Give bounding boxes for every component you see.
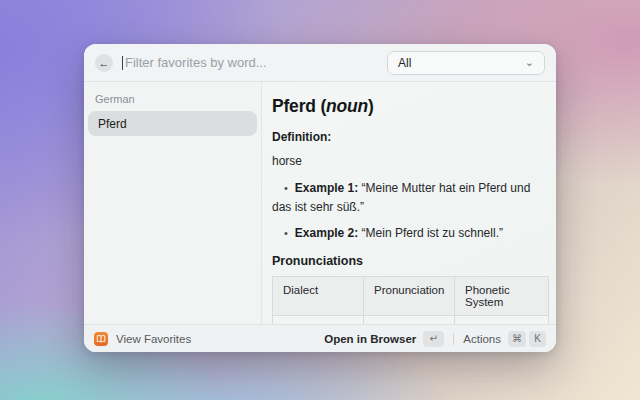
chevron-down-icon: ⌄ — [525, 57, 534, 68]
sidebar: German Pferd — [84, 82, 262, 324]
sidebar-item-pferd[interactable]: Pferd — [88, 111, 257, 136]
pronunciations-table: Dialect Pronunciation Phonetic System - … — [272, 276, 549, 324]
open-book-icon — [94, 332, 108, 346]
desktop-background: { "window": { "topbar": { "back_icon": "… — [0, 0, 640, 400]
bullet-icon: • — [284, 182, 288, 194]
paren-close: ) — [368, 96, 374, 116]
app-window: ← All ⌄ German Pferd Pferd (noun) Defini… — [84, 44, 556, 352]
navigation-bar: ← All ⌄ — [84, 44, 556, 82]
open-in-browser-action[interactable]: Open in Browser — [324, 333, 416, 345]
actions-button[interactable]: Actions — [463, 333, 501, 345]
example-item: •Example 1: “Meine Mutter hat ein Pferd … — [272, 179, 548, 216]
table-header-cell: Pronunciation — [364, 276, 455, 315]
k-keycap: K — [529, 331, 546, 347]
entry-word: Pferd — [272, 96, 316, 116]
sidebar-section-label: German — [88, 90, 257, 111]
detail-panel: Pferd (noun) Definition: horse •Example … — [262, 82, 556, 324]
type-filter-dropdown[interactable]: All ⌄ — [387, 51, 545, 75]
table-cell-phonetic-system: ipa — [455, 315, 549, 324]
footer-divider — [453, 333, 454, 345]
example-label: Example 1: — [295, 181, 358, 195]
pronunciations-heading: Pronunciations — [272, 254, 548, 268]
cmd-keycap: ⌘ — [508, 331, 526, 347]
table-cell-pronunciation: /pfeːrt/, [(p)feːɐ̯t], /feːrt/, [feːɐ̯t]… — [364, 315, 455, 324]
content-area: German Pferd Pferd (noun) Definition: ho… — [84, 82, 556, 324]
definition-text: horse — [272, 154, 548, 168]
example-label: Example 2: — [295, 226, 358, 240]
bullet-icon: • — [284, 227, 288, 239]
paren-open: ( — [316, 96, 326, 116]
table-header-cell: Dialect — [273, 276, 364, 315]
sidebar-item-label: Pferd — [98, 117, 127, 131]
status-bar: View Favorites Open in Browser ↵ Actions… — [84, 324, 556, 352]
example-item: •Example 2: “Mein Pferd ist zu schnell.” — [272, 224, 548, 243]
part-of-speech: noun — [326, 96, 368, 116]
table-header-row: Dialect Pronunciation Phonetic System — [273, 276, 549, 315]
entry-title: Pferd (noun) — [272, 96, 548, 117]
view-favorites-label: View Favorites — [116, 333, 191, 345]
table-header-cell: Phonetic System — [455, 276, 549, 315]
dropdown-value: All — [398, 56, 411, 70]
table-row: - /pfeːrt/, [(p)feːɐ̯t], /feːrt/, [feːɐ̯… — [273, 315, 549, 324]
back-button[interactable]: ← — [95, 54, 113, 72]
example-text: “Mein Pferd ist zu schnell.” — [362, 226, 503, 240]
filter-input[interactable] — [123, 55, 387, 70]
enter-keycap: ↵ — [423, 331, 444, 347]
back-arrow-icon: ← — [99, 57, 110, 69]
table-cell-dialect: - — [273, 315, 364, 324]
definition-label: Definition: — [272, 130, 548, 144]
